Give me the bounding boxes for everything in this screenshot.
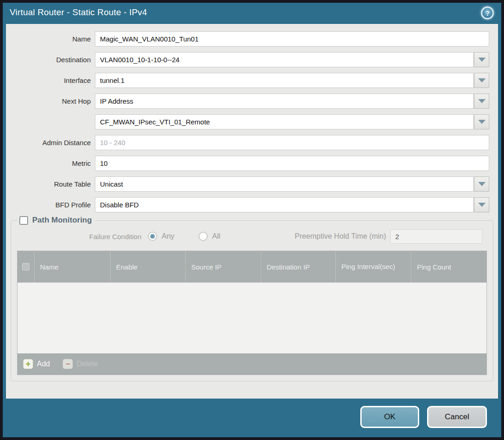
form-row-next-hop: Next Hop (6, 91, 498, 111)
column-header-source-ip: Source IP (185, 251, 261, 282)
route-table-dropdown-button[interactable] (474, 176, 489, 192)
table-header-row: Name Enable Source IP Destination IP Pin… (18, 251, 486, 282)
failure-condition-any-label: Any (162, 232, 175, 241)
path-monitoring-table: Name Enable Source IP Destination IP Pin… (17, 251, 487, 375)
column-header-name: Name (34, 251, 110, 282)
path-monitoring-checkbox[interactable] (19, 216, 28, 225)
destination-dropdown-button[interactable] (474, 52, 489, 67)
ok-button[interactable]: OK (360, 406, 419, 428)
table-body-empty (18, 282, 486, 353)
table-toolbar: + Add − Delete (18, 353, 486, 375)
column-header-ping-count: Ping Count (411, 251, 486, 282)
cancel-button[interactable]: Cancel (427, 406, 487, 428)
path-monitoring-legend: Path Monitoring (18, 216, 95, 225)
form-row-destination: Destination (6, 49, 498, 70)
failure-condition-label: Failure Condition (17, 233, 141, 241)
name-label: Name (6, 35, 95, 43)
preemptive-hold-time-input[interactable] (390, 229, 482, 244)
failure-condition-all-label: All (212, 232, 221, 241)
dialog-content: Name Destination Interface (6, 24, 498, 399)
add-button-label: Add (37, 360, 50, 368)
form-row-route-table: Route Table (6, 174, 498, 194)
static-route-dialog: Virtual Router - Static Route - IPv4 ? N… (0, 0, 504, 440)
destination-input[interactable] (95, 52, 474, 67)
next-hop-type-dropdown-button[interactable] (474, 94, 489, 109)
bfd-profile-dropdown-button[interactable] (474, 197, 489, 212)
bfd-profile-input[interactable] (95, 197, 474, 212)
admin-distance-input[interactable] (95, 135, 489, 150)
interface-input[interactable] (95, 73, 474, 88)
table-header-select-all (18, 251, 34, 282)
chevron-down-icon (478, 99, 486, 103)
interface-label: Interface (6, 76, 95, 84)
name-input[interactable] (95, 31, 489, 47)
route-table-input[interactable] (95, 176, 474, 192)
plus-icon: + (23, 359, 33, 369)
next-hop-label: Next Hop (6, 97, 95, 105)
form-row-bfd-profile: BFD Profile (6, 194, 498, 215)
chevron-down-icon (478, 182, 486, 186)
path-monitoring-section: Path Monitoring Failure Condition Any Al… (11, 216, 493, 381)
column-header-enable: Enable (110, 251, 185, 282)
chevron-down-icon (478, 58, 486, 62)
form-row-interface: Interface (6, 70, 498, 91)
next-hop-address-dropdown-button[interactable] (474, 114, 489, 129)
form-row-next-hop-address (6, 111, 498, 132)
select-all-checkbox[interactable] (22, 263, 29, 270)
metric-input[interactable] (95, 156, 489, 171)
bfd-profile-label: BFD Profile (6, 201, 95, 209)
next-hop-type-input[interactable] (95, 94, 474, 109)
help-icon[interactable]: ? (481, 6, 494, 19)
dialog-titlebar: Virtual Router - Static Route - IPv4 ? (3, 3, 501, 24)
admin-distance-label: Admin Distance (6, 139, 95, 147)
form-row-admin-distance: Admin Distance (6, 132, 498, 153)
chevron-down-icon (478, 203, 486, 207)
chevron-down-icon (478, 78, 486, 82)
minus-icon: − (63, 359, 73, 369)
path-monitoring-title: Path Monitoring (32, 216, 92, 225)
delete-button[interactable]: − Delete (63, 359, 98, 369)
dialog-title: Virtual Router - Static Route - IPv4 (10, 7, 147, 18)
destination-label: Destination (6, 56, 95, 64)
form-row-name: Name (6, 29, 498, 49)
static-route-form: Name Destination Interface (6, 24, 498, 215)
preemptive-hold-time-label: Preemptive Hold Time (min) (295, 232, 386, 241)
failure-condition-row: Failure Condition Any All Preemptive Hol… (17, 227, 487, 246)
form-row-metric: Metric (6, 153, 498, 174)
failure-condition-radio-any[interactable] (148, 232, 157, 241)
failure-condition-radio-all[interactable] (199, 232, 208, 241)
add-button[interactable]: + Add (23, 359, 50, 369)
interface-dropdown-button[interactable] (474, 73, 489, 88)
delete-button-label: Delete (76, 360, 98, 368)
chevron-down-icon (478, 120, 486, 124)
metric-label: Metric (6, 159, 95, 167)
column-header-ping-interval: Ping Interval(sec) (335, 251, 411, 282)
column-header-destination-ip: Destination IP (261, 251, 335, 282)
next-hop-address-input[interactable] (95, 114, 474, 129)
route-table-label: Route Table (6, 180, 95, 188)
